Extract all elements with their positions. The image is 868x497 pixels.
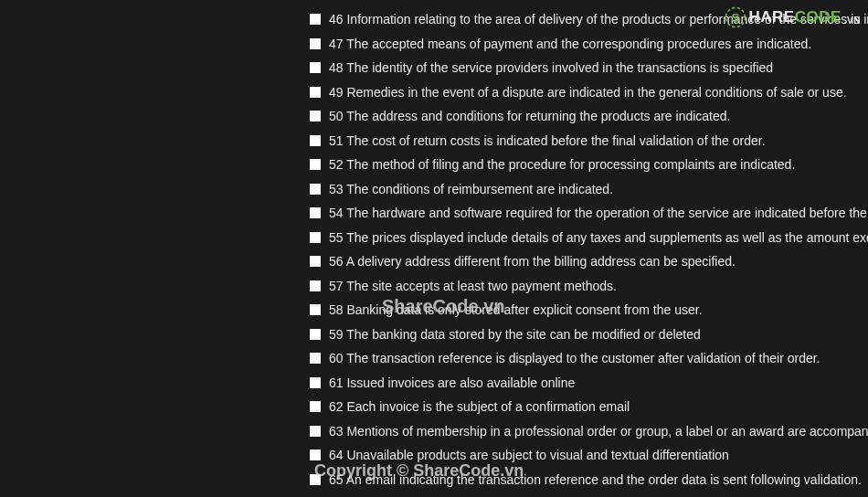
checklist-row: 47 The accepted means of payment and the…	[310, 32, 868, 57]
checklist: 46 Information relating to the area of d…	[310, 7, 868, 497]
checklist-row: 49 Remedies in the event of a dispute ar…	[310, 80, 868, 105]
checklist-label: 57 The site accepts at least two payment…	[329, 280, 617, 292]
checklist-label: 54 The hardware and software required fo…	[329, 206, 868, 219]
checkbox[interactable]	[310, 62, 321, 73]
sharecode-logo-icon: S	[724, 5, 747, 29]
checklist-row: 53 The conditions of reimbursement are i…	[310, 177, 868, 202]
center-watermark: ShareCode.vn	[382, 296, 504, 317]
checklist-label: 55 The prices displayed include details …	[329, 231, 868, 244]
checkbox[interactable]	[310, 184, 321, 195]
checklist-label: 64 Unavailable products are subject to v…	[329, 449, 729, 461]
checkbox[interactable]	[310, 353, 321, 364]
checkbox[interactable]	[310, 449, 321, 460]
checklist-row: 50 The address and conditions for return…	[310, 104, 868, 129]
checkbox[interactable]	[310, 111, 321, 122]
checkbox[interactable]	[310, 159, 321, 170]
checklist-row: 51 The cost of return costs is indicated…	[310, 129, 868, 153]
checklist-row: 63 Mentions of membership in a professio…	[310, 419, 868, 444]
checklist-label: 60 The transaction reference is displaye…	[329, 352, 820, 365]
bottom-watermark: Copyright © ShareCode.vn	[314, 461, 524, 481]
checklist-label: 50 The address and conditions for return…	[329, 110, 730, 122]
checklist-row: 62 Each invoice is the subject of a conf…	[310, 395, 868, 419]
checklist-row: 54 The hardware and software required fo…	[310, 201, 868, 226]
checklist-row: 48 The identity of the service providers…	[310, 56, 868, 80]
checkbox[interactable]	[310, 256, 321, 267]
checklist-label: 51 The cost of return costs is indicated…	[329, 134, 766, 147]
logo-text-hare: HARE	[749, 8, 795, 26]
checklist-row: 60 The transaction reference is displaye…	[310, 346, 868, 371]
checkbox[interactable]	[310, 304, 321, 315]
checklist-label: 62 Each invoice is the subject of a conf…	[329, 400, 630, 413]
logo-watermark: S HARECODE .VN	[724, 5, 861, 29]
checkbox[interactable]	[310, 38, 321, 49]
checkbox[interactable]	[310, 329, 321, 340]
checkbox[interactable]	[310, 280, 321, 291]
checkbox[interactable]	[310, 207, 321, 218]
checklist-label: 63 Mentions of membership in a professio…	[329, 425, 868, 438]
checkbox[interactable]	[310, 401, 321, 412]
checkbox[interactable]	[310, 135, 321, 146]
checkbox[interactable]	[310, 14, 321, 25]
checklist-row: 59 The banking data stored by the site c…	[310, 323, 868, 347]
checklist-row: 55 The prices displayed include details …	[310, 226, 868, 250]
checklist-label: 49 Remedies in the event of a dispute ar…	[329, 86, 847, 99]
checklist-label: 52 The method of filing and the procedur…	[329, 158, 795, 171]
checklist-label: 59 The banking data stored by the site c…	[329, 328, 701, 341]
checklist-row: 61 Issued invoices are also available on…	[310, 371, 868, 396]
logo-text-vn: .VN	[844, 16, 861, 26]
checklist-row: 52 The method of filing and the procedur…	[310, 153, 868, 177]
checklist-label: 61 Issued invoices are also available on…	[329, 376, 575, 389]
checkbox[interactable]	[310, 426, 321, 437]
checkbox[interactable]	[310, 377, 321, 388]
checkbox[interactable]	[310, 232, 321, 243]
checklist-row: 56 A delivery address different from the…	[310, 249, 868, 274]
checklist-label: 47 The accepted means of payment and the…	[329, 37, 811, 50]
checklist-row: 57 The site accepts at least two payment…	[310, 274, 868, 299]
checklist-label: 56 A delivery address different from the…	[329, 255, 736, 268]
checklist-row: 66 Each complaint is the subject of an a…	[310, 492, 868, 497]
logo-text-code: CODE	[795, 8, 842, 26]
checkbox[interactable]	[310, 87, 321, 98]
checklist-label: 48 The identity of the service providers…	[329, 61, 773, 74]
svg-text:S: S	[731, 11, 739, 25]
checklist-label: 53 The conditions of reimbursement are i…	[329, 183, 613, 196]
